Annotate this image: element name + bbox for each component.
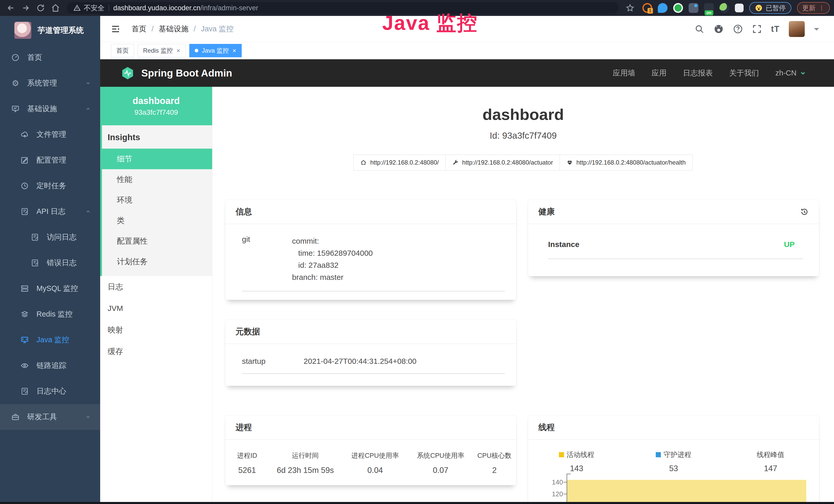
breadcrumb: 首页 / 基础设施 / Java 监控 xyxy=(132,24,234,34)
card-info: 信息 git commit: time: 1596289704000 id: 2… xyxy=(225,200,516,300)
bottom-edge-strip xyxy=(0,502,834,504)
tab-home[interactable]: 首页 xyxy=(111,44,134,57)
sidebar-item-access-logs[interactable]: 访问日志 xyxy=(0,224,100,250)
collapse-menu-button[interactable] xyxy=(111,24,120,33)
sidebar-item-label: 首页 xyxy=(27,52,42,63)
sidebar-item-label: 研发工具 xyxy=(27,412,57,422)
security-status[interactable]: 不安全 xyxy=(73,3,105,13)
wrench-icon xyxy=(452,159,459,166)
close-icon[interactable]: × xyxy=(176,47,180,54)
sba-navbar: Spring Boot Admin 应用墙 应用 日志报表 关于我们 zh-CN xyxy=(100,59,834,87)
sba-item-logs[interactable]: 日志 xyxy=(100,276,212,298)
extension-icon-5[interactable]: on xyxy=(704,3,714,13)
sidebar-item-tracing[interactable]: 链路追踪 xyxy=(0,353,100,379)
reload-button[interactable] xyxy=(34,1,47,15)
sba-nav-wall[interactable]: 应用墙 xyxy=(613,68,635,78)
instance-links: http://192.168.0.2:48080/ http://192.168… xyxy=(213,155,834,170)
log-doc-icon xyxy=(20,387,29,395)
search-icon xyxy=(695,24,704,34)
github-button[interactable] xyxy=(714,24,724,34)
home-button[interactable] xyxy=(49,1,62,15)
sba-item-classes[interactable]: 类 xyxy=(102,210,212,231)
sba-item-mappings[interactable]: 映射 xyxy=(100,319,212,341)
extension-badge-count: 1 xyxy=(648,8,653,14)
close-icon[interactable]: × xyxy=(233,47,236,54)
forward-button[interactable] xyxy=(19,1,32,15)
paused-indicator[interactable]: 已暂停 xyxy=(749,2,791,14)
card-threads-title: 线程 xyxy=(528,415,819,440)
sidebar-item-log-center[interactable]: 日志中心 xyxy=(0,379,100,404)
sidebar-item-infra[interactable]: 基础设施 xyxy=(0,96,100,122)
sidebar-item-error-logs[interactable]: 错误日志 xyxy=(0,250,100,276)
fullscreen-button[interactable] xyxy=(752,24,762,34)
sidebar-item-java-monitor[interactable]: Java 监控 xyxy=(0,327,100,353)
val-system-cpu: 0.07 xyxy=(409,466,473,475)
tab-label: Redis 监控 xyxy=(143,46,173,55)
app-menu: 首页 ⚙ 系统管理 基础设施 文件管理 配置管理 定时任 xyxy=(0,45,100,430)
col-system-cpu: 系统CPU使用率 xyxy=(409,451,473,460)
service-url-link[interactable]: http://192.168.0.2:48080/ xyxy=(353,155,446,170)
instance-header[interactable]: dashboard 93a3fc7f7409 xyxy=(100,87,212,125)
server-icon xyxy=(20,284,29,293)
sba-item-caches[interactable]: 缓存 xyxy=(100,341,212,362)
sba-item-config-props[interactable]: 配置属性 xyxy=(102,231,212,251)
bookmark-button[interactable] xyxy=(623,1,637,15)
sba-nav-journal[interactable]: 日志报表 xyxy=(683,68,713,78)
breadcrumb-infra[interactable]: 基础设施 xyxy=(159,24,189,34)
divider xyxy=(242,291,505,292)
user-avatar[interactable] xyxy=(789,21,805,37)
update-button[interactable]: 更新 xyxy=(797,2,830,14)
actuator-url-link[interactable]: http://192.168.0.2:48080/actuator xyxy=(445,155,560,170)
chevron-up-icon xyxy=(85,209,91,214)
address-divider xyxy=(109,5,109,11)
sba-brand-label: Spring Boot Admin xyxy=(141,68,232,79)
sba-nav-applications[interactable]: 应用 xyxy=(652,68,666,78)
search-button[interactable] xyxy=(695,24,704,34)
sba-item-scheduled-tasks[interactable]: 计划任务 xyxy=(102,251,212,272)
sidebar-item-label: 基础设施 xyxy=(27,104,57,114)
app-brand: 芋道管理系统 xyxy=(38,25,84,36)
user-menu-caret-icon[interactable] xyxy=(814,28,819,33)
sidebar-item-label: Redis 监控 xyxy=(37,309,72,319)
sidebar-item-config[interactable]: 配置管理 xyxy=(0,147,100,173)
sba-nav-about[interactable]: 关于我们 xyxy=(729,68,759,78)
sidebar-item-label: API 日志 xyxy=(37,206,66,217)
help-button[interactable] xyxy=(733,24,743,34)
back-button[interactable] xyxy=(4,1,18,15)
extensions-puzzle-icon[interactable] xyxy=(735,4,744,12)
sidebar-item-dev-tools[interactable]: 研发工具 xyxy=(0,404,100,430)
font-size-button[interactable]: tT xyxy=(771,24,780,34)
sba-item-jvm[interactable]: JVM xyxy=(100,298,212,319)
sidebar-item-jobs[interactable]: 定时任务 xyxy=(0,173,100,199)
extension-icon-1[interactable]: 1 xyxy=(642,3,652,13)
sba-item-environment[interactable]: 环境 xyxy=(102,190,212,210)
cloud-upload-icon xyxy=(20,131,29,139)
sidebar-item-files[interactable]: 文件管理 xyxy=(0,122,100,147)
sidebar-item-redis-monitor[interactable]: Redis 监控 xyxy=(0,301,100,327)
tab-redis-monitor[interactable]: Redis 监控 × xyxy=(138,44,186,57)
sidebar-item-system[interactable]: ⚙ 系统管理 xyxy=(0,70,100,96)
history-icon[interactable] xyxy=(799,207,809,216)
breadcrumb-home[interactable]: 首页 xyxy=(132,24,147,34)
app-logo[interactable]: 芋道管理系统 xyxy=(0,16,100,45)
tab-java-monitor[interactable]: Java 监控 × xyxy=(189,44,242,57)
health-url-link[interactable]: http://192.168.0.2:48080/actuator/health xyxy=(560,155,693,170)
sidebar-item-api-logs[interactable]: API 日志 xyxy=(0,199,100,224)
sba-item-details[interactable]: 细节 xyxy=(100,148,212,169)
extension-icon-2[interactable] xyxy=(658,3,667,13)
sidebar-item-mysql-monitor[interactable]: MySQL 监控 xyxy=(0,276,100,301)
home-icon xyxy=(51,4,60,12)
breadcrumb-separator: / xyxy=(152,25,154,33)
extension-icon-3[interactable] xyxy=(673,3,683,13)
sba-item-metrics[interactable]: 性能 xyxy=(102,169,212,190)
locale-select[interactable]: zh-CN xyxy=(775,69,806,77)
app-logo-image xyxy=(14,22,31,39)
tick-mark xyxy=(564,494,567,494)
extension-icon-6[interactable] xyxy=(720,3,729,13)
extension-icon-4[interactable] xyxy=(688,3,698,13)
sba-brand[interactable]: Spring Boot Admin xyxy=(121,66,232,80)
card-health-head: 健康 xyxy=(528,200,819,224)
sidebar-item-home[interactable]: 首页 xyxy=(0,45,100,70)
address-bar[interactable]: 不安全 dashboard.yudao.iocoder.cn/infra/adm… xyxy=(67,2,619,14)
info-git-row: git commit: time: 1596289704000 id: 27aa… xyxy=(225,224,516,283)
